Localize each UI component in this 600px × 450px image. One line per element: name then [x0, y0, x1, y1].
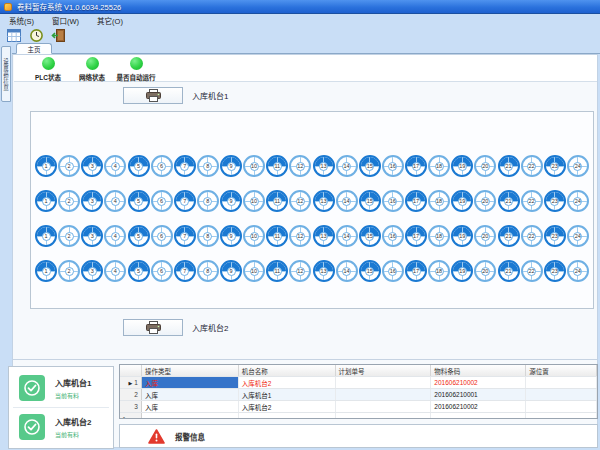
coil-slot-3-17[interactable]: 17	[405, 225, 427, 247]
coil-slot-3-4[interactable]: 4	[104, 225, 126, 247]
coil-slot-1-2[interactable]: 2	[58, 155, 80, 177]
coil-slot-3-13[interactable]: 13	[313, 225, 335, 247]
table-cell[interactable]: 入库	[142, 389, 239, 400]
coil-slot-3-3[interactable]: 3	[81, 225, 103, 247]
table-cell[interactable]: 入库机台2	[239, 401, 336, 412]
table-row[interactable]: ▶1入库入库机台2201606210002	[120, 377, 597, 389]
exit-door-icon[interactable]	[49, 28, 67, 43]
coil-slot-3-18[interactable]: 18	[428, 225, 450, 247]
table-cell[interactable]	[526, 401, 597, 412]
machine-card-1[interactable]: 入库机台1当前有料	[9, 370, 113, 407]
coil-slot-2-15[interactable]: 15	[359, 190, 381, 212]
coil-slot-4-8[interactable]: 8	[197, 260, 219, 282]
coil-slot-2-5[interactable]: 5	[128, 190, 150, 212]
coil-slot-2-18[interactable]: 18	[428, 190, 450, 212]
column-header-3[interactable]: 物料条码	[431, 365, 526, 376]
coil-slot-4-15[interactable]: 15	[359, 260, 381, 282]
coil-slot-3-15[interactable]: 15	[359, 225, 381, 247]
coil-slot-4-7[interactable]: 7	[174, 260, 196, 282]
coil-slot-3-5[interactable]: 5	[128, 225, 150, 247]
coil-slot-4-14[interactable]: 14	[336, 260, 358, 282]
print-button-station1[interactable]	[123, 87, 183, 104]
coil-slot-1-24[interactable]: 24	[567, 155, 589, 177]
coil-slot-4-20[interactable]: 20	[474, 260, 496, 282]
coil-slot-1-22[interactable]: 22	[521, 155, 543, 177]
coil-slot-2-21[interactable]: 21	[498, 190, 520, 212]
coil-slot-2-10[interactable]: 10	[243, 190, 265, 212]
table-cell[interactable]: 201606210002	[431, 401, 526, 412]
coil-slot-1-12[interactable]: 12	[289, 155, 311, 177]
coil-slot-2-8[interactable]: 8	[197, 190, 219, 212]
coil-slot-2-9[interactable]: 9	[220, 190, 242, 212]
table-cell[interactable]	[336, 377, 432, 388]
coil-slot-4-3[interactable]: 3	[81, 260, 103, 282]
menu-item-2[interactable]: 其它(O)	[88, 15, 132, 26]
coil-slot-4-24[interactable]: 24	[567, 260, 589, 282]
coil-slot-1-1[interactable]: 1	[35, 155, 57, 177]
coil-slot-2-1[interactable]: 1	[35, 190, 57, 212]
table-cell[interactable]: 入库机台1	[239, 389, 336, 400]
coil-slot-1-3[interactable]: 3	[81, 155, 103, 177]
coil-slot-4-1[interactable]: 1	[35, 260, 57, 282]
coil-slot-1-13[interactable]: 13	[313, 155, 335, 177]
coil-slot-3-2[interactable]: 2	[58, 225, 80, 247]
clock-icon[interactable]	[27, 28, 45, 43]
coil-slot-2-23[interactable]: 23	[544, 190, 566, 212]
coil-slot-3-12[interactable]: 12	[289, 225, 311, 247]
coil-slot-2-13[interactable]: 13	[313, 190, 335, 212]
coil-slot-1-7[interactable]: 7	[174, 155, 196, 177]
table-cell[interactable]	[526, 389, 597, 400]
coil-slot-4-18[interactable]: 18	[428, 260, 450, 282]
coil-slot-1-23[interactable]: 23	[544, 155, 566, 177]
table-cell[interactable]: 入库	[142, 377, 239, 388]
coil-slot-2-3[interactable]: 3	[81, 190, 103, 212]
menu-item-1[interactable]: 窗口(W)	[43, 15, 88, 26]
coil-slot-1-20[interactable]: 20	[474, 155, 496, 177]
coil-slot-1-14[interactable]: 14	[336, 155, 358, 177]
coil-slot-4-22[interactable]: 22	[521, 260, 543, 282]
coil-slot-3-11[interactable]: 11	[266, 225, 288, 247]
table-cell[interactable]: 201606210002	[431, 377, 526, 388]
coil-slot-4-4[interactable]: 4	[104, 260, 126, 282]
tab-home[interactable]: 主页	[16, 43, 52, 54]
coil-slot-3-1[interactable]: 1	[35, 225, 57, 247]
coil-slot-1-15[interactable]: 15	[359, 155, 381, 177]
menu-item-0[interactable]: 系统(S)	[0, 15, 43, 26]
column-header-4[interactable]: 源位置	[526, 365, 597, 376]
coil-slot-3-7[interactable]: 7	[174, 225, 196, 247]
coil-slot-4-12[interactable]: 12	[289, 260, 311, 282]
coil-slot-3-8[interactable]: 8	[197, 225, 219, 247]
coil-slot-3-20[interactable]: 20	[474, 225, 496, 247]
coil-slot-1-16[interactable]: 16	[382, 155, 404, 177]
table-row[interactable]: 3入库入库机台2201606210002	[120, 401, 597, 413]
column-header-1[interactable]: 机台名称	[239, 365, 336, 376]
coil-slot-3-24[interactable]: 24	[567, 225, 589, 247]
coil-slot-1-9[interactable]: 9	[220, 155, 242, 177]
coil-slot-1-11[interactable]: 11	[266, 155, 288, 177]
table-cell[interactable]: 入库	[142, 401, 239, 412]
coil-slot-2-22[interactable]: 22	[521, 190, 543, 212]
coil-slot-3-21[interactable]: 21	[498, 225, 520, 247]
coil-slot-3-9[interactable]: 9	[220, 225, 242, 247]
table-cell[interactable]: 入库机台2	[239, 377, 336, 388]
print-button-station2[interactable]	[123, 319, 183, 336]
table-cell[interactable]	[526, 377, 597, 388]
coil-slot-4-10[interactable]: 10	[243, 260, 265, 282]
coil-slot-4-17[interactable]: 17	[405, 260, 427, 282]
coil-slot-2-12[interactable]: 12	[289, 190, 311, 212]
coil-slot-1-6[interactable]: 6	[151, 155, 173, 177]
coil-slot-4-9[interactable]: 9	[220, 260, 242, 282]
dock-tab-monitor[interactable]: 设备监控信息	[1, 46, 11, 102]
column-header-0[interactable]: 操作类型	[142, 365, 239, 376]
coil-slot-2-4[interactable]: 4	[104, 190, 126, 212]
coil-slot-4-5[interactable]: 5	[128, 260, 150, 282]
coil-slot-3-10[interactable]: 10	[243, 225, 265, 247]
coil-slot-1-10[interactable]: 10	[243, 155, 265, 177]
coil-slot-3-16[interactable]: 16	[382, 225, 404, 247]
coil-slot-3-19[interactable]: 19	[451, 225, 473, 247]
calendar-icon[interactable]	[5, 28, 23, 43]
coil-slot-4-16[interactable]: 16	[382, 260, 404, 282]
coil-slot-4-19[interactable]: 19	[451, 260, 473, 282]
coil-slot-2-14[interactable]: 14	[336, 190, 358, 212]
coil-slot-3-22[interactable]: 22	[521, 225, 543, 247]
